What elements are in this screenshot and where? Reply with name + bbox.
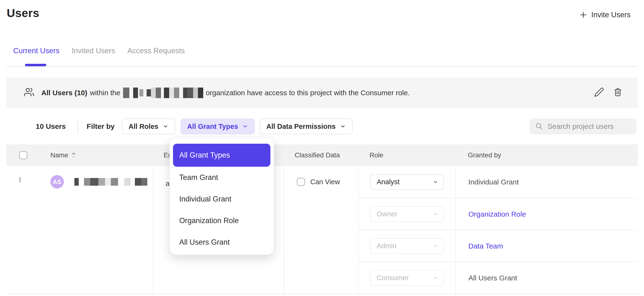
role-select-analyst[interactable]: Analyst bbox=[370, 174, 444, 190]
all-data-permissions-label: All Data Permissions bbox=[266, 122, 336, 130]
invite-users-label: Invite Users bbox=[591, 10, 630, 19]
granted-by-cell: Individual Grant Organization Role Data … bbox=[455, 166, 638, 294]
menu-item-organization-role[interactable]: Organization Role bbox=[173, 210, 270, 232]
filter-by-label: Filter by bbox=[86, 122, 115, 130]
tab-access-requests[interactable]: Access Requests bbox=[128, 47, 185, 55]
column-header-role: Role bbox=[358, 151, 455, 159]
chevron-down-icon bbox=[433, 244, 438, 249]
role-select-value: Analyst bbox=[377, 178, 400, 186]
tab-current-users[interactable]: Current Users bbox=[13, 47, 60, 55]
delete-trash-icon[interactable] bbox=[613, 87, 623, 99]
classified-data-cell: Can View bbox=[284, 166, 358, 294]
row-checkbox[interactable] bbox=[19, 177, 21, 182]
redacted-org-name bbox=[123, 88, 203, 98]
redacted-user-name bbox=[70, 178, 147, 186]
users-group-icon bbox=[24, 87, 34, 99]
banner-text: All Users (10) within the organization h… bbox=[41, 88, 410, 98]
granted-by-link[interactable]: Organization Role bbox=[468, 210, 526, 218]
next-row-partial bbox=[6, 294, 638, 296]
all-users-banner: All Users (10) within the organization h… bbox=[6, 78, 638, 108]
search-icon bbox=[535, 122, 543, 131]
chevron-down-icon bbox=[433, 275, 438, 281]
table-row: AS a Can View Analyst bbox=[6, 166, 638, 294]
role-select-consumer: Consumer bbox=[370, 270, 444, 286]
tab-invited-users[interactable]: Invited Users bbox=[72, 47, 115, 55]
menu-item-individual-grant[interactable]: Individual Grant bbox=[173, 188, 270, 210]
vertical-divider bbox=[78, 120, 78, 133]
all-grant-types-label: All Grant Types bbox=[187, 122, 238, 130]
granted-by-value: Individual Grant bbox=[468, 178, 519, 186]
select-all-checkbox[interactable] bbox=[19, 151, 27, 159]
role-select-admin: Admin bbox=[370, 238, 444, 254]
edit-pencil-icon[interactable] bbox=[594, 87, 604, 99]
all-grant-types-dropdown[interactable]: All Grant Types bbox=[180, 118, 255, 134]
name-cell: AS bbox=[35, 166, 153, 294]
users-table: Name Email Classified Data Role Granted … bbox=[6, 144, 638, 296]
role-select-value: Owner bbox=[377, 210, 397, 218]
menu-item-all-grant-types-selected[interactable]: All Grant Types bbox=[173, 144, 270, 167]
banner-actions bbox=[594, 87, 623, 99]
can-view-checkbox[interactable] bbox=[297, 178, 305, 186]
avatar: AS bbox=[50, 175, 64, 188]
table-header: Name Email Classified Data Role Granted … bbox=[6, 144, 638, 166]
filter-bar: 10 Users Filter by All Roles All Grant T… bbox=[0, 118, 644, 134]
active-tab-underline bbox=[25, 64, 46, 66]
banner-bold-text: All Users (10) bbox=[41, 89, 87, 97]
users-page: Users Invite Users Current Users Invited… bbox=[0, 0, 644, 296]
page-title: Users bbox=[7, 7, 39, 20]
tab-bar: Current Users Invited Users Access Reque… bbox=[6, 47, 638, 67]
role-select-owner: Owner bbox=[370, 206, 444, 222]
granted-by-value: All Users Grant bbox=[468, 274, 517, 282]
invite-users-button[interactable]: Invite Users bbox=[579, 10, 630, 19]
sort-icon[interactable] bbox=[72, 152, 76, 158]
column-header-granted-by: Granted by bbox=[455, 151, 638, 159]
grant-types-menu: All Grant Types Team Grant Individual Gr… bbox=[170, 138, 274, 255]
users-count: 10 Users bbox=[36, 122, 66, 130]
role-cell: Analyst Owner Admin bbox=[358, 166, 455, 294]
search-input[interactable] bbox=[548, 122, 630, 130]
chevron-down-icon bbox=[433, 180, 438, 185]
chevron-down-icon bbox=[433, 212, 438, 217]
column-header-name[interactable]: Name bbox=[35, 151, 153, 159]
all-data-permissions-dropdown[interactable]: All Data Permissions bbox=[260, 118, 352, 134]
chevron-down-icon bbox=[163, 124, 168, 129]
page-header: Users Invite Users bbox=[0, 0, 644, 20]
can-view-label: Can View bbox=[310, 178, 340, 186]
menu-item-team-grant[interactable]: Team Grant bbox=[173, 167, 270, 188]
search-box bbox=[529, 118, 636, 134]
chevron-down-icon bbox=[242, 124, 248, 129]
menu-item-all-users-grant[interactable]: All Users Grant bbox=[173, 232, 270, 253]
banner-pre-text: within the bbox=[90, 89, 120, 97]
plus-icon bbox=[579, 11, 587, 19]
role-select-value: Consumer bbox=[377, 274, 409, 282]
name-header-label: Name bbox=[50, 151, 68, 159]
banner-post-text: organization have access to this project… bbox=[206, 89, 410, 97]
chevron-down-icon bbox=[340, 124, 346, 129]
column-header-classified: Classified Data bbox=[284, 151, 358, 159]
all-roles-dropdown[interactable]: All Roles bbox=[122, 118, 175, 134]
all-roles-label: All Roles bbox=[128, 122, 158, 130]
granted-by-link[interactable]: Data Team bbox=[468, 242, 503, 250]
role-select-value: Admin bbox=[377, 242, 396, 250]
